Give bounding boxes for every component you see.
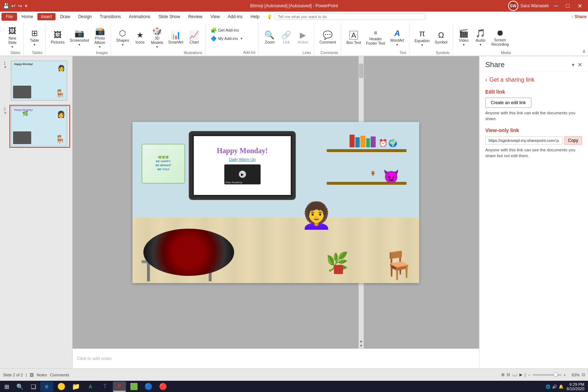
equation-button[interactable]: π Equation ▼	[412, 25, 432, 51]
app4-icon: 🔴	[159, 383, 167, 391]
book-2	[355, 137, 360, 147]
scroll-thumb[interactable]	[359, 64, 363, 78]
share-dropdown-icon[interactable]: ▼	[571, 62, 575, 68]
action-button[interactable]: ▶ Action	[295, 25, 311, 51]
pictures-button[interactable]: 🖼 Pictures	[49, 25, 67, 51]
maximize-button[interactable]: □	[563, 2, 572, 10]
menu-file[interactable]: File	[1, 13, 17, 21]
taskbar-chrome[interactable]: 🟡	[55, 381, 68, 392]
start-button[interactable]: ⊞	[1, 381, 12, 392]
menu-insert[interactable]: Insert	[37, 13, 56, 20]
undo-icon[interactable]: ↩	[11, 3, 16, 9]
volume-icon: 🔊	[552, 384, 557, 389]
normal-view-icon[interactable]: ⊞	[501, 372, 505, 377]
audio-button[interactable]: 🎵 Audio ▼	[473, 25, 489, 51]
symbols-group-label: Symbols	[436, 51, 449, 56]
copy-button[interactable]: Copy	[564, 136, 582, 145]
search-button[interactable]: 🔍	[13, 381, 26, 392]
play-icon[interactable]: ▶	[239, 171, 246, 178]
menu-design[interactable]: Design	[74, 13, 95, 20]
status-divider-1: |	[26, 373, 27, 377]
new-slide-button[interactable]: 🖼 NewSlide ▼	[4, 25, 20, 51]
3d-models-button[interactable]: 🎲 3DModels ▼	[149, 25, 166, 51]
ribbon-group-comments: 💬 Comment Comments	[314, 23, 342, 56]
menu-draw[interactable]: Draw	[56, 13, 74, 20]
menu-home[interactable]: Home	[18, 13, 37, 20]
warm-up-link[interactable]: Daily Warm Up	[229, 157, 256, 162]
screenshot-icon: 📷	[74, 29, 84, 37]
shelf-decor: 🏺	[370, 171, 376, 176]
comment-button[interactable]: 💬 Comment	[317, 25, 338, 51]
share-button[interactable]: ↑ Share	[571, 14, 587, 19]
menu-view[interactable]: View	[207, 13, 224, 20]
comments-button[interactable]: Comments	[50, 373, 69, 377]
zoom-slider[interactable]	[532, 374, 562, 376]
minimize-button[interactable]: ─	[551, 2, 561, 10]
explorer-icon: 📁	[72, 383, 80, 391]
taskbar-app2[interactable]: 🟩	[127, 381, 140, 392]
photo-album-button[interactable]: 📸 PhotoAlbum ▼	[92, 25, 108, 51]
video-button[interactable]: 🎬 Video ▼	[456, 25, 472, 51]
zoom-in-icon[interactable]: +	[564, 373, 566, 377]
taskbar-edge[interactable]: e	[40, 381, 53, 392]
zoom-level[interactable]: 63%	[568, 373, 580, 377]
get-addins-button[interactable]: 🧩 Get Add-ins	[208, 26, 256, 34]
my-addins-button[interactable]: 🔷 My Add-ins ▼	[208, 34, 256, 42]
taskbar: ⊞ 🔍 ❑ e 🟡 📁 A T P 🟩 🔵 🔴 🌐 🔊 🔔 6:29 PM 8/…	[0, 381, 588, 392]
menu-help[interactable]: Help	[247, 13, 263, 20]
link-button[interactable]: 🔗 Link	[278, 25, 294, 51]
menu-slideshow[interactable]: Slide Show	[155, 13, 184, 20]
save-icon[interactable]: 💾	[3, 3, 9, 9]
taskbar-powerpoint[interactable]: P	[113, 381, 126, 392]
photo-album-icon: 📸	[95, 27, 105, 35]
bitmoji-character: 👩‍🦱	[301, 201, 332, 230]
shapes-button[interactable]: ⬡ Shapes ▼	[114, 25, 131, 51]
menu-transitions[interactable]: Transitions	[96, 13, 124, 20]
menu-review[interactable]: Review	[184, 13, 206, 20]
taskbar-app1[interactable]: A	[84, 381, 97, 392]
symbol-button[interactable]: Ω Symbol	[433, 25, 450, 51]
task-view-button[interactable]: ❑	[28, 381, 39, 392]
quick-access-icon[interactable]: ▼	[24, 4, 28, 8]
create-edit-link-button[interactable]: Create an edit link	[485, 98, 531, 108]
text-box-button[interactable]: A Box Text	[344, 25, 363, 51]
screen-recording-button[interactable]: ⏺ ScreenRecording	[489, 25, 511, 51]
slide-sorter-icon[interactable]: ⊟	[507, 372, 510, 377]
close-button[interactable]: ✕	[575, 2, 585, 10]
rug	[143, 229, 234, 276]
menu-addins[interactable]: Add-ins	[224, 13, 246, 20]
zoom-out-icon[interactable]: −	[528, 373, 530, 377]
user-avatar[interactable]: SW	[508, 1, 518, 11]
taskbar-explorer[interactable]: 📁	[69, 381, 82, 392]
tell-me-input[interactable]	[274, 13, 425, 20]
icons-button[interactable]: ★ Icons	[132, 25, 148, 51]
taskbar-teams[interactable]: T	[98, 381, 111, 392]
zoom-button[interactable]: 🔍 Zoom	[262, 25, 278, 51]
table-button[interactable]: ⊞ Table ▼	[26, 25, 42, 51]
screenshot-button[interactable]: 📷 Screenshot ▼	[68, 25, 91, 51]
edit-link-description: Anyone with this link can edit the docum…	[485, 110, 582, 122]
taskbar-app4[interactable]: 🔴	[156, 381, 170, 392]
reading-view-icon[interactable]: 📖	[512, 372, 517, 377]
fit-to-window-icon[interactable]: ⊡	[582, 372, 585, 377]
menu-animations[interactable]: Animations	[125, 13, 154, 20]
notes-button[interactable]: Notes	[37, 373, 47, 377]
notes-area[interactable]: Click to add notes	[73, 348, 479, 368]
text-box-icon: A	[350, 31, 358, 40]
slideshow-icon[interactable]: ▶	[519, 372, 522, 377]
view-only-link-input[interactable]	[485, 136, 563, 144]
taskbar-app3[interactable]: 🔵	[142, 381, 155, 392]
ribbon-collapse-button[interactable]: ∧	[580, 48, 588, 55]
app3-icon: 🔵	[144, 383, 152, 391]
share-close-button[interactable]: ✕	[577, 61, 582, 68]
smartart-button[interactable]: 📊 SmartArt	[166, 25, 185, 51]
action-icon: ▶	[300, 31, 306, 39]
slide-canvas: 🌿🌿🌿 BE HAPPYBE BRIGHTBE YOU! Happy Monda…	[132, 122, 419, 283]
wordart-button[interactable]: A WordArt ▼	[388, 25, 406, 51]
slide-thumb-1[interactable]: 1 ★ Happy Monday! 🪑 👩	[9, 59, 70, 102]
slide-thumb-2[interactable]: 2 ★ Happy Monday! 🪑 👩 🌿	[9, 105, 70, 148]
share-back-button[interactable]: ‹ Get a sharing link	[485, 77, 582, 83]
redo-icon[interactable]: ↪	[18, 3, 22, 9]
header-footer-button[interactable]: ≡ HeaderFooter Text	[364, 25, 387, 51]
chart-button[interactable]: 📈 Chart	[186, 25, 202, 51]
